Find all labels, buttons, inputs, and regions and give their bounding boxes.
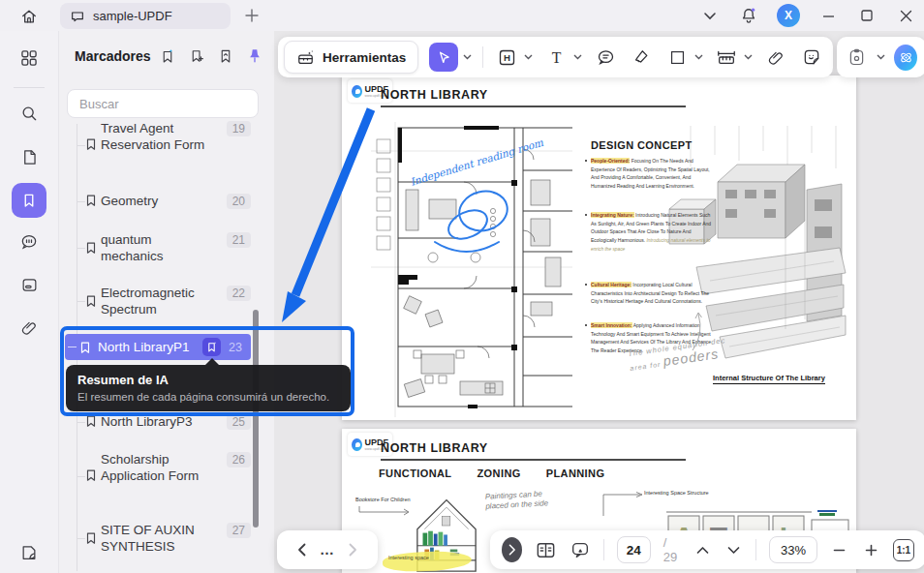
chevron-right-icon [508,544,516,556]
design-bullet: Cultural Heritage: Incorporating Local C… [591,281,717,306]
plus-icon [865,544,878,557]
header-tool-button[interactable]: H [494,45,519,70]
stamp-tool-button[interactable] [846,45,868,70]
updf-ai-button[interactable] [894,45,917,71]
comment-icon [596,47,616,68]
plus-icon [244,8,260,23]
bookmark-item[interactable]: Electromagnetic Spectrum 22 [84,285,251,317]
bell-icon [739,6,758,25]
page1-title: NORTH LIBRARY [381,88,488,102]
new-tab-button[interactable] [242,6,262,25]
highlighter-icon [631,47,651,67]
bookmark-glyph-icon [84,294,98,308]
comments-toggle-button[interactable] [570,538,591,561]
maximize-button[interactable] [856,5,878,26]
zoom-out-button[interactable] [830,538,848,561]
bookmark-label: North LibraryP1 [98,340,202,354]
scribble-label: Interesting space [388,555,429,560]
more-actions-button[interactable]: … [320,545,335,555]
bookmark-page-badge: 27 [227,523,251,538]
bookmarks-panel-button[interactable] [12,183,46,218]
bookmark-glyph-icon [84,531,98,545]
select-tool-button[interactable] [429,43,458,72]
titlebar-chevron-button[interactable] [699,5,721,26]
bookmark-item[interactable]: Geometry 20 [84,193,251,209]
apps-grid-button[interactable] [15,44,44,73]
bookmark-label: Travel Agent Reservation Form [101,120,213,153]
pdf-page-1[interactable]: UPDF www.updf.com NORTH LIBRARY [342,75,856,420]
comment-tool-button[interactable] [593,45,618,70]
bookmark-glyph-icon [84,241,98,255]
select-tool-chevron[interactable] [462,52,472,62]
bookmark-item-selected[interactable]: North LibraryP1 23 [65,334,251,360]
document-tab[interactable]: sample-UPDF [60,3,231,29]
add-bookmark-button[interactable] [187,46,206,66]
text-tool-chevron[interactable] [572,52,582,62]
pin-panel-button[interactable] [245,46,264,66]
search-input[interactable] [67,89,259,118]
stamp-tool-chevron[interactable] [877,52,885,62]
page-flip-icon [19,543,39,562]
annotations-panel-button[interactable] [15,270,44,299]
bookmark-label: North LibraryP3 [101,413,213,430]
herramientas-button[interactable]: Herramientas [284,41,418,74]
history-forward-button[interactable] [342,538,365,561]
sidebar-scrollbar[interactable] [253,310,259,528]
previous-page-button[interactable] [693,538,711,561]
shape-tool-button[interactable] [664,45,690,70]
next-page-button[interactable] [724,538,743,561]
bookmark-item[interactable]: Travel Agent Reservation Form 19 [84,120,251,153]
text-tool-button[interactable]: T [543,45,569,70]
bookmark-item[interactable]: SITE OF AUXIN SYNTHESIS 27 [84,522,251,555]
shape-tool-chevron[interactable] [693,52,703,62]
page-flip-button[interactable] [15,538,44,567]
structure-label: Interesting Space Structure [644,490,709,496]
bookmark-label: Geometry [101,193,213,209]
page2-section-headings: FUNCTIONAL ZONING PLANNING [379,467,604,479]
tooltip-title: Resumen de IA [77,373,339,387]
highlighter-tool-button[interactable] [629,45,654,70]
main-toolbar: Herramientas H T [278,37,833,77]
pages-panel-button[interactable] [15,142,44,171]
tooltip-body: El resumen de cada página consumirá un d… [77,391,339,403]
notifications-button[interactable] [738,5,759,26]
close-button[interactable] [895,5,916,26]
page-number-input[interactable] [617,536,651,563]
ai-summary-tooltip: Resumen de IA El resumen de cada página … [66,365,351,411]
header-tool-chevron[interactable] [523,52,533,62]
search-panel-button[interactable] [15,99,44,128]
design-concept-title: DESIGN CONCEPT [591,139,693,151]
bookmark-glyph-icon [84,194,98,207]
bookmark-item[interactable]: quantum mechanics 21 [84,231,251,264]
history-back-button[interactable] [290,538,313,561]
attach-tool-button[interactable] [763,45,788,70]
minimize-button[interactable] [817,5,839,26]
comments-panel-button[interactable] [15,227,44,256]
zoom-level-display[interactable]: 33% [769,536,817,563]
toolbox-icon [296,48,315,67]
svg-text:H: H [504,52,510,63]
tab-document-icon [70,9,85,24]
measure-tool-chevron[interactable] [743,52,753,62]
ai-summary-badge[interactable] [202,338,221,356]
bookmark-item[interactable]: Scholarship Application Form 26 [84,451,251,484]
ai-bookmark-button[interactable] [158,46,177,66]
actual-size-button[interactable]: 1:1 [893,539,914,561]
updf-logo-icon [352,85,362,98]
attachments-panel-button[interactable] [15,313,44,342]
paperclip-icon [767,48,785,67]
page-icon [20,148,39,166]
measure-tool-button[interactable] [714,45,739,70]
comment-bubble-icon [570,539,591,560]
home-button[interactable] [17,5,41,28]
user-avatar[interactable]: X [777,4,800,27]
collapse-bookmarks-button[interactable] [216,46,235,66]
home-icon [19,7,39,26]
page-layout-button[interactable] [535,538,557,561]
sticker-tool-button[interactable] [799,45,824,70]
zoom-in-button[interactable] [861,538,879,561]
pin-icon [246,47,263,65]
bookmark-item[interactable]: North LibraryP3 25 [84,413,251,430]
sticker-icon [802,47,821,67]
expand-bar-button[interactable] [502,537,522,562]
